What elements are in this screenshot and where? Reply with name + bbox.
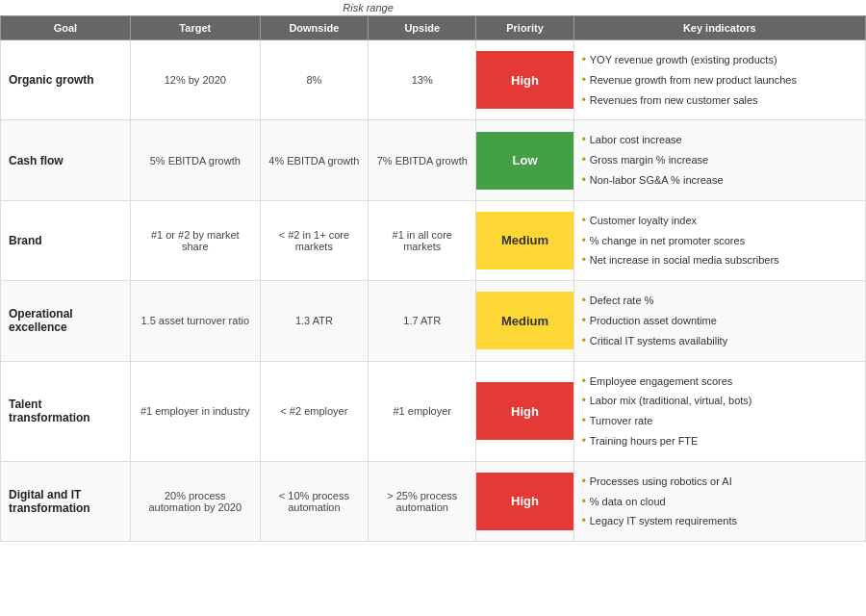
priority-badge: High [476, 382, 573, 440]
list-item: Legacy IT system requirements [582, 511, 857, 531]
priority-badge: Medium [476, 292, 573, 349]
risk-range-header-row: Risk range [1, 0, 866, 16]
list-item: Net increase in social media subscribers [582, 250, 857, 270]
list-item: Revenue growth from new product launches [582, 70, 857, 90]
list-item: % change in net promoter scores [582, 231, 857, 251]
empty-top-right [476, 0, 866, 16]
goal-cell: Digital and IT transformation [1, 461, 131, 541]
list-item: Turnover rate [582, 411, 857, 431]
list-item: Training hours per FTE [582, 431, 857, 451]
indicators-cell: YOY revenue growth (existing products)Re… [573, 40, 865, 120]
goal-cell: Operational excellence [1, 281, 131, 361]
upside-cell: 13% [369, 40, 476, 120]
target-col-header: Target [130, 16, 260, 40]
downside-cell: 1.3 ATR [260, 281, 368, 361]
priority-cell: High [476, 40, 573, 120]
downside-cell: < #2 employer [260, 361, 368, 461]
target-cell: #1 employer in industry [130, 361, 260, 461]
goal-cell: Organic growth [1, 40, 131, 120]
downside-col-header: Downside [260, 16, 368, 40]
downside-cell: < #2 in 1+ core markets [260, 200, 368, 280]
priority-col-header: Priority [476, 16, 573, 40]
list-item: Gross margin % increase [582, 150, 857, 170]
priority-cell: High [476, 361, 573, 461]
downside-cell: < 10% process automation [260, 461, 368, 541]
priority-badge: High [476, 51, 573, 109]
indicators-col-header: Key indicators [573, 16, 865, 40]
column-header-row: Goal Target Downside Upside Priority Key… [1, 16, 866, 40]
target-cell: 5% EBITDA growth [130, 120, 260, 200]
downside-cell: 8% [260, 40, 368, 120]
list-item: YOY revenue growth (existing products) [582, 50, 857, 70]
table-row: Operational excellence1.5 asset turnover… [1, 281, 866, 361]
priority-cell: Low [476, 120, 573, 200]
priority-badge: High [476, 473, 573, 530]
upside-col-header: Upside [369, 16, 476, 40]
priority-badge: Medium [476, 212, 573, 270]
indicators-cell: Processes using robotics or AI% data on … [573, 461, 865, 541]
list-item: Revenues from new customer sales [582, 90, 857, 111]
indicators-cell: Labor cost increaseGross margin % increa… [573, 120, 865, 200]
table-row: Brand#1 or #2 by market share< #2 in 1+ … [1, 200, 866, 280]
upside-cell: #1 in all core markets [369, 200, 476, 280]
main-table-container: Risk range Goal Target Downside Upside P… [0, 0, 866, 542]
goal-cell: Brand [1, 200, 131, 280]
list-item: % data on cloud [582, 492, 857, 512]
table-row: Digital and IT transformation20% process… [1, 461, 866, 541]
goal-col-header: Goal [1, 16, 131, 40]
target-cell: 20% process automation by 2020 [130, 461, 260, 541]
target-cell: #1 or #2 by market share [130, 200, 260, 280]
indicators-cell: Defect rate %Production asset downtimeCr… [573, 281, 865, 361]
priority-cell: Medium [476, 281, 573, 361]
list-item: Labor cost increase [582, 130, 857, 150]
goal-cell: Talent transformation [1, 361, 131, 461]
priority-cell: Medium [476, 200, 573, 280]
upside-cell: 1.7 ATR [369, 281, 476, 361]
table-row: Cash flow5% EBITDA growth4% EBITDA growt… [1, 120, 866, 200]
indicators-cell: Employee engagement scoresLabor mix (tra… [573, 361, 865, 461]
empty-top-left [1, 0, 261, 16]
list-item: Critical IT systems availability [582, 331, 857, 351]
list-item: Labor mix (traditional, virtual, bots) [582, 391, 857, 411]
list-item: Non-labor SG&A % increase [582, 170, 857, 191]
list-item: Employee engagement scores [582, 372, 857, 392]
target-cell: 12% by 2020 [130, 40, 260, 120]
indicators-cell: Customer loyalty index% change in net pr… [573, 200, 865, 280]
list-item: Processes using robotics or AI [582, 472, 857, 492]
upside-cell: #1 employer [369, 361, 476, 461]
target-cell: 1.5 asset turnover ratio [130, 281, 260, 361]
table-row: Organic growth12% by 20208%13%HighYOY re… [1, 40, 866, 120]
upside-cell: 7% EBITDA growth [369, 120, 476, 200]
list-item: Customer loyalty index [582, 211, 857, 231]
upside-cell: > 25% process automation [369, 461, 476, 541]
priority-cell: High [476, 461, 573, 541]
risk-range-label: Risk range [260, 0, 476, 16]
goal-cell: Cash flow [1, 120, 131, 200]
list-item: Production asset downtime [582, 311, 857, 331]
table-row: Talent transformation#1 employer in indu… [1, 361, 866, 461]
downside-cell: 4% EBITDA growth [260, 120, 368, 200]
priority-badge: Low [476, 132, 573, 190]
list-item: Defect rate % [582, 291, 857, 311]
